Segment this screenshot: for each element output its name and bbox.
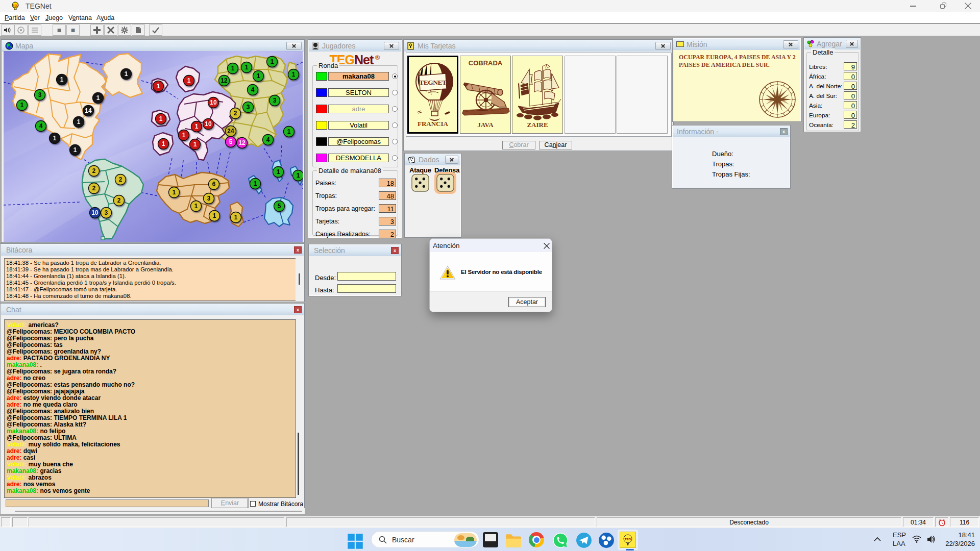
svg-text:4: 4 — [39, 122, 43, 130]
svg-text:5: 5 — [278, 203, 281, 210]
svg-text:1: 1 — [96, 94, 100, 102]
svg-text:6: 6 — [212, 181, 216, 188]
svg-text:2: 2 — [234, 110, 237, 117]
svg-text:3: 3 — [273, 97, 277, 104]
svg-text:10: 10 — [210, 99, 217, 106]
svg-text:2: 2 — [117, 197, 121, 204]
svg-text:2: 2 — [92, 167, 96, 174]
svg-text:24: 24 — [227, 128, 234, 135]
svg-text:14: 14 — [85, 107, 92, 114]
svg-text:4: 4 — [251, 86, 255, 93]
svg-text:TEG: TEG — [13, 4, 18, 7]
svg-text:1: 1 — [292, 71, 296, 78]
svg-text:TEG: TEG — [625, 538, 631, 541]
svg-text:1: 1 — [173, 189, 176, 196]
svg-text:1: 1 — [20, 102, 24, 109]
svg-text:10: 10 — [91, 209, 99, 216]
svg-text:2: 2 — [119, 176, 122, 183]
svg-text:1: 1 — [277, 168, 280, 176]
svg-text:1: 1 — [231, 65, 235, 72]
svg-text:1: 1 — [213, 212, 216, 219]
svg-text:10: 10 — [205, 120, 212, 128]
svg-text:2: 2 — [92, 185, 96, 192]
svg-text:5: 5 — [229, 138, 233, 145]
svg-text:1: 1 — [234, 214, 238, 221]
svg-text:1: 1 — [60, 76, 64, 83]
svg-text:1: 1 — [257, 72, 260, 80]
svg-text:1: 1 — [182, 132, 186, 139]
svg-text:3: 3 — [38, 91, 42, 98]
svg-text:1: 1 — [195, 123, 199, 130]
svg-text:1: 1 — [271, 58, 274, 65]
svg-text:TEGNET: TEGNET — [419, 79, 447, 86]
svg-text:1: 1 — [125, 70, 128, 78]
svg-text:1: 1 — [287, 128, 291, 135]
svg-text:1: 1 — [245, 64, 249, 71]
svg-text:1: 1 — [53, 135, 57, 142]
svg-text:3: 3 — [105, 209, 108, 216]
svg-text:4: 4 — [266, 136, 270, 143]
svg-text:1: 1 — [77, 118, 81, 126]
svg-text:12: 12 — [238, 139, 246, 146]
svg-text:1: 1 — [194, 203, 198, 210]
svg-text:3: 3 — [247, 104, 250, 111]
svg-text:3: 3 — [207, 195, 211, 202]
svg-text:1: 1 — [254, 180, 257, 187]
svg-text:1: 1 — [187, 77, 191, 84]
svg-text:1: 1 — [162, 140, 165, 147]
svg-text:12: 12 — [220, 77, 228, 84]
svg-text:1: 1 — [297, 172, 300, 179]
svg-text:1: 1 — [157, 83, 160, 90]
svg-text:1: 1 — [193, 141, 197, 148]
svg-text:1: 1 — [159, 115, 163, 122]
svg-text:1: 1 — [74, 146, 77, 154]
